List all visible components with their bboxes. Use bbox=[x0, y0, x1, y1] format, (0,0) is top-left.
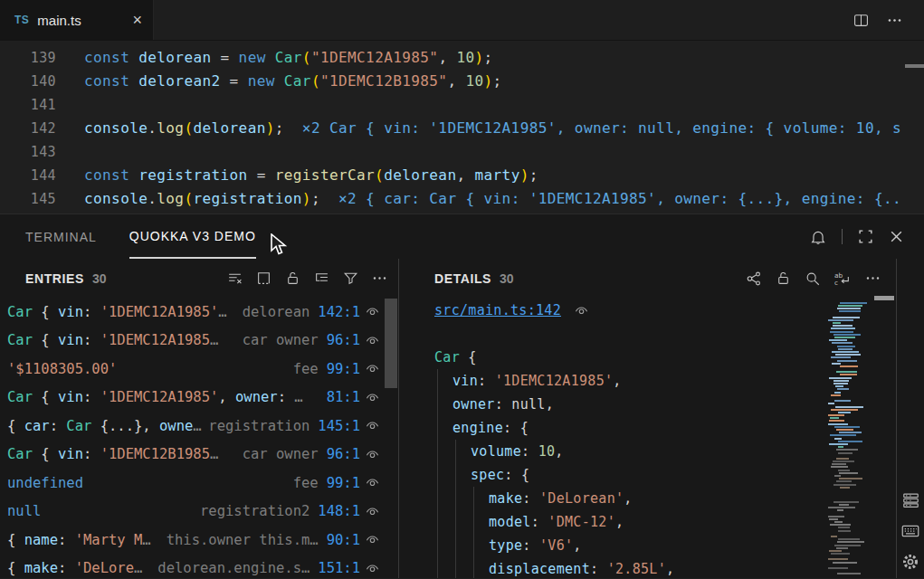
details-scroll-slider[interactable] bbox=[874, 296, 894, 300]
entry-line-location[interactable]: 96:1 bbox=[327, 446, 360, 462]
details-line: owner: null, bbox=[434, 393, 820, 416]
entries-header: ENTRIES 30 bbox=[0, 259, 398, 298]
entries-count-badge: 30 bbox=[92, 271, 107, 286]
details-line: make: 'DeLorean', bbox=[434, 487, 820, 510]
source-location-link[interactable]: src/main.ts:142 bbox=[434, 302, 561, 318]
entry-source-label: car owner bbox=[243, 332, 319, 348]
settings-gear-icon[interactable] bbox=[901, 553, 919, 571]
details-line: type: 'V6', bbox=[434, 534, 820, 557]
code-line[interactable]: 139const delorean = new Car("1DEMC12A198… bbox=[0, 46, 924, 70]
details-toolbar: abc bbox=[746, 271, 881, 287]
bottom-panel: TERMINAL QUOKKA V3 DEMO ENTRIE bbox=[0, 214, 924, 578]
details-more-icon[interactable] bbox=[865, 271, 881, 286]
eye-icon[interactable] bbox=[366, 334, 379, 347]
details-line: spec: { bbox=[434, 463, 820, 487]
share-graph-icon[interactable] bbox=[746, 271, 762, 287]
details-blank-line bbox=[434, 322, 820, 346]
entry-line-location[interactable]: 99:1 bbox=[327, 475, 360, 491]
eye-icon[interactable] bbox=[366, 419, 379, 432]
line-number: 140 bbox=[0, 70, 56, 93]
unlock-icon[interactable] bbox=[285, 271, 300, 286]
entry-line-location[interactable]: 148:1 bbox=[318, 503, 360, 519]
eye-icon[interactable] bbox=[366, 562, 379, 575]
eye-icon[interactable] bbox=[575, 304, 588, 318]
entry-line-location[interactable]: 96:1 bbox=[327, 332, 360, 348]
entry-line-location[interactable]: 151:1 bbox=[318, 560, 360, 576]
eye-icon[interactable] bbox=[366, 476, 379, 489]
eye-icon[interactable] bbox=[366, 391, 379, 404]
entries-row[interactable]: Car { vin: '1DEMC12A1985'…delorean142:1 bbox=[0, 298, 397, 327]
tab-terminal[interactable]: TERMINAL bbox=[25, 214, 97, 259]
separator bbox=[842, 229, 843, 244]
entry-line-location[interactable]: 142:1 bbox=[318, 304, 360, 320]
maximize-panel-icon[interactable] bbox=[858, 229, 873, 244]
quokka-panel-body: ENTRIES 30 bbox=[0, 259, 924, 578]
typescript-file-icon: TS bbox=[14, 14, 29, 26]
panel-header: TERMINAL QUOKKA V3 DEMO bbox=[0, 214, 924, 259]
tab-quokka-v3-demo[interactable]: QUOKKA V3 DEMO bbox=[129, 214, 256, 259]
tab-title: main.ts bbox=[37, 13, 81, 28]
select-region-icon[interactable] bbox=[256, 271, 271, 286]
eye-icon[interactable] bbox=[366, 305, 379, 318]
entries-more-icon[interactable] bbox=[372, 271, 387, 286]
entries-row[interactable]: Car { vin: '1DEMC12A1985', owner: …81:1 bbox=[0, 384, 397, 413]
eye-icon[interactable] bbox=[366, 362, 379, 375]
close-panel-icon[interactable] bbox=[889, 229, 904, 244]
output-rows-icon[interactable] bbox=[902, 492, 919, 509]
details-lines: Car {vin: '1DEMC12A1985',owner: null,eng… bbox=[434, 322, 820, 578]
code-line[interactable]: 140const delorean2 = new Car("1DEMC12B19… bbox=[0, 70, 924, 93]
code-line[interactable]: 144const registration = registerCar(delo… bbox=[0, 164, 924, 187]
details-minimap[interactable] bbox=[826, 299, 871, 578]
entry-line-location[interactable]: 90:1 bbox=[327, 532, 360, 548]
details-content: src/main.ts:142 Car {vin: '1DEMC12A1985'… bbox=[434, 299, 820, 578]
entry-line-location[interactable]: 81:1 bbox=[327, 389, 360, 405]
overview-ruler-mark bbox=[905, 64, 924, 68]
editor-actions bbox=[853, 0, 924, 40]
eye-icon[interactable] bbox=[366, 505, 379, 518]
tab-main-ts[interactable]: TS main.ts × bbox=[0, 0, 154, 40]
entry-line-location[interactable]: 145:1 bbox=[318, 418, 360, 434]
word-wrap-icon[interactable]: abc bbox=[834, 271, 852, 287]
code-line[interactable]: 143 bbox=[0, 140, 924, 164]
line-number: 144 bbox=[0, 164, 56, 187]
details-unlock-icon[interactable] bbox=[776, 271, 791, 286]
entries-row[interactable]: Car { vin: '1DEMC12B1985…car owner96:1 bbox=[0, 441, 397, 470]
entries-row[interactable]: undefinedfee99:1 bbox=[0, 469, 397, 498]
vscode-window: TS main.ts × 139const delorean = new Car… bbox=[0, 0, 924, 579]
entry-line-location[interactable]: 99:1 bbox=[327, 361, 360, 377]
entries-row[interactable]: { name: 'Marty M…this.owner this.m…90:1 bbox=[0, 526, 397, 555]
clear-output-icon[interactable] bbox=[227, 271, 243, 286]
filter-icon[interactable] bbox=[343, 271, 358, 286]
entries-row[interactable]: { car: Car {...}, owne…registration145:1 bbox=[0, 412, 397, 441]
keyboard-icon[interactable] bbox=[901, 523, 919, 539]
split-editor-icon[interactable] bbox=[853, 13, 869, 28]
eye-icon[interactable] bbox=[366, 533, 379, 546]
entries-row[interactable]: { make: 'DeLore…delorean.engine.s…151:1 bbox=[0, 555, 397, 579]
more-actions-icon[interactable] bbox=[887, 13, 902, 28]
code-line[interactable]: 141 bbox=[0, 93, 924, 117]
notifications-bell-icon[interactable] bbox=[810, 229, 826, 245]
details-source-row: src/main.ts:142 bbox=[434, 299, 820, 322]
details-line: displacement: '2.85L', bbox=[434, 557, 820, 578]
code-line[interactable]: 142console.log(delorean); ×2 Car { vin: … bbox=[0, 117, 924, 140]
code-line[interactable]: 145console.log(registration); ×2 { car: … bbox=[0, 187, 924, 211]
entries-row[interactable]: Car { vin: '1DEMC12A1985…car owner96:1 bbox=[0, 327, 397, 356]
details-line: Car { bbox=[434, 346, 820, 369]
details-line: vin: '1DEMC12A1985', bbox=[434, 369, 820, 393]
tab-close-icon[interactable]: × bbox=[132, 12, 142, 28]
code-editor[interactable]: 139const delorean = new Car("1DEMC12A198… bbox=[0, 41, 924, 214]
details-count-badge: 30 bbox=[500, 271, 514, 286]
eye-icon[interactable] bbox=[366, 448, 379, 461]
entries-scrollbar[interactable] bbox=[385, 299, 397, 388]
quokka-side-toolbar bbox=[897, 259, 924, 578]
entries-rows: Car { vin: '1DEMC12A1985'…delorean142:1C… bbox=[0, 298, 397, 578]
editor-tab-bar: TS main.ts × bbox=[0, 0, 924, 41]
details-title: DETAILS bbox=[434, 271, 491, 286]
details-line: engine: { bbox=[434, 416, 820, 440]
entries-row[interactable]: nullregistration2148:1 bbox=[0, 498, 397, 527]
entries-row[interactable]: '$1108305.00'fee99:1 bbox=[0, 355, 397, 384]
details-line: model: 'DMC-12', bbox=[434, 510, 820, 534]
search-icon[interactable] bbox=[805, 271, 821, 287]
tree-view-icon[interactable] bbox=[314, 271, 329, 286]
editor-lines: 139const delorean = new Car("1DEMC12A198… bbox=[0, 46, 924, 211]
